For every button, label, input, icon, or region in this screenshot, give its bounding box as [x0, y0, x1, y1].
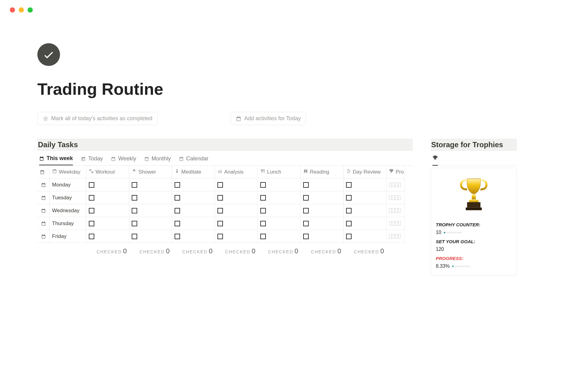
task-checkbox[interactable] [132, 234, 137, 239]
col-handle [37, 166, 50, 178]
col-header-label: Reading [310, 169, 329, 175]
task-checkbox[interactable] [217, 234, 223, 239]
task-checkbox[interactable] [260, 221, 266, 226]
col-header-label: Meditate [181, 169, 201, 175]
task-cell [344, 178, 386, 191]
pro-icon [389, 169, 394, 175]
row-handle[interactable] [37, 178, 50, 191]
progress-mini-bar [389, 208, 401, 213]
weekday-cell[interactable]: Friday [50, 230, 86, 243]
progress-cell [386, 178, 405, 191]
task-checkbox[interactable] [89, 195, 94, 201]
task-cell [215, 217, 258, 230]
task-checkbox[interactable] [346, 182, 352, 188]
task-checkbox[interactable] [217, 195, 223, 201]
task-checkbox[interactable] [303, 208, 309, 213]
task-checkbox[interactable] [346, 221, 352, 226]
task-cell [301, 230, 344, 243]
row-handle[interactable] [37, 217, 50, 230]
checked-count: CHECKED0 [344, 243, 386, 255]
task-cell [172, 204, 215, 217]
task-checkbox[interactable] [346, 195, 352, 201]
col-header[interactable]: Day Review [344, 166, 386, 178]
task-checkbox[interactable] [303, 195, 309, 201]
tab-weekly[interactable]: Weekly [111, 155, 136, 165]
task-cell [344, 230, 386, 243]
row-handle[interactable] [37, 230, 50, 243]
tab-label: Monthly [152, 155, 171, 162]
task-cell [129, 204, 172, 217]
task-checkbox[interactable] [132, 195, 137, 201]
task-checkbox[interactable] [89, 182, 94, 188]
tab-today[interactable]: Today [81, 155, 103, 165]
task-cell [301, 191, 344, 204]
col-header[interactable]: Lunch [258, 166, 301, 178]
task-checkbox[interactable] [260, 208, 266, 213]
row-handle[interactable] [37, 191, 50, 204]
task-checkbox[interactable] [175, 208, 180, 213]
task-cell [129, 178, 172, 191]
trophy-goal-label: SET YOUR GOAL: [436, 239, 512, 244]
close-window-icon[interactable] [10, 7, 15, 13]
workout-icon [89, 169, 94, 175]
trophy-tab[interactable] [432, 155, 438, 166]
task-checkbox[interactable] [260, 182, 266, 188]
weekday-cell[interactable]: Thursday [50, 217, 86, 230]
mark-all-label: Mark all of today's activities as comple… [51, 115, 153, 122]
mark-all-completed-button[interactable]: Mark all of today's activities as comple… [37, 112, 158, 125]
task-checkbox[interactable] [175, 195, 180, 201]
task-checkbox[interactable] [217, 208, 223, 213]
progress-mini-bar [389, 182, 401, 187]
col-header[interactable]: Pro [386, 166, 405, 178]
shower-icon [132, 169, 137, 175]
add-activities-today-button[interactable]: Add activities for Today [231, 112, 306, 125]
task-checkbox[interactable] [175, 221, 180, 226]
task-checkbox[interactable] [132, 221, 137, 226]
tab-monthly[interactable]: Monthly [144, 155, 171, 165]
trophy-progress-bar [452, 266, 470, 267]
task-checkbox[interactable] [217, 182, 223, 188]
trophy-progress-value: 8.33% [436, 263, 450, 269]
task-checkbox[interactable] [346, 234, 352, 239]
task-checkbox[interactable] [132, 208, 137, 213]
tab-calendar[interactable]: Calendar [179, 155, 209, 165]
task-cell [258, 217, 301, 230]
progress-mini-bar [389, 195, 401, 200]
tab-this-week[interactable]: This week [39, 155, 73, 165]
minimize-window-icon[interactable] [19, 7, 24, 13]
task-checkbox[interactable] [89, 221, 94, 226]
trophy-image [436, 175, 512, 213]
task-checkbox[interactable] [132, 182, 137, 188]
task-checkbox[interactable] [346, 208, 352, 213]
col-header[interactable]: Analysis [215, 166, 258, 178]
task-cell [129, 191, 172, 204]
task-checkbox[interactable] [260, 195, 266, 201]
checked-count: CHECKED0 [129, 243, 172, 255]
col-header-label: Analysis [224, 169, 243, 175]
weekday-cell[interactable]: Tuesday [50, 191, 86, 204]
task-checkbox[interactable] [175, 182, 180, 188]
task-cell [86, 178, 129, 191]
task-checkbox[interactable] [303, 221, 309, 226]
weekday-cell[interactable]: Monday [50, 178, 86, 191]
task-checkbox[interactable] [217, 221, 223, 226]
col-header[interactable]: Reading [301, 166, 344, 178]
task-checkbox[interactable] [175, 234, 180, 239]
trophy-card[interactable]: TROPHY COUNTER: 10 SET YOUR GOAL: 120 PR… [431, 168, 517, 275]
task-cell [172, 230, 215, 243]
daily-tasks-tabs: This week Today Weekly Monthly Calendar [37, 153, 413, 166]
col-header[interactable]: Shower [129, 166, 172, 178]
task-cell [215, 204, 258, 217]
col-header[interactable]: Weekday [50, 166, 86, 178]
maximize-window-icon[interactable] [28, 7, 33, 13]
col-header[interactable]: Workout [86, 166, 129, 178]
weekday-cell[interactable]: Wednesday [50, 204, 86, 217]
task-checkbox[interactable] [89, 208, 94, 213]
row-handle[interactable] [37, 204, 50, 217]
task-checkbox[interactable] [89, 234, 94, 239]
task-checkbox[interactable] [303, 182, 309, 188]
task-cell [258, 204, 301, 217]
task-checkbox[interactable] [303, 234, 309, 239]
task-checkbox[interactable] [260, 234, 266, 239]
col-header[interactable]: Meditate [172, 166, 215, 178]
